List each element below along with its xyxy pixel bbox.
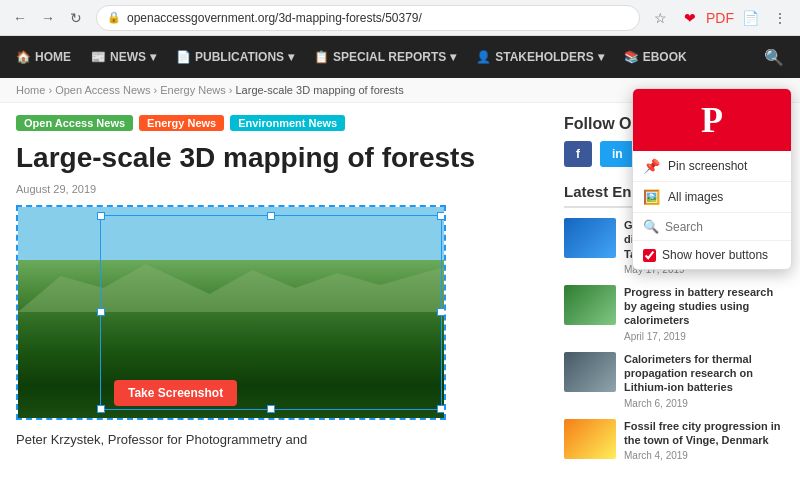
report-date-3: March 6, 2019 (624, 398, 784, 409)
handle-topright[interactable] (437, 212, 445, 220)
report-item-4[interactable]: Fossil free city progression in the town… (564, 419, 784, 462)
article-date: August 29, 2019 (16, 183, 544, 195)
search-input[interactable] (665, 220, 781, 234)
handle-midright[interactable] (437, 308, 445, 316)
chevron-down-icon: ▾ (288, 50, 294, 64)
report-thumb-4 (564, 419, 616, 459)
report-date-2: April 17, 2019 (624, 331, 784, 342)
report-info-4: Fossil free city progression in the town… (624, 419, 784, 462)
breadcrumb-current: Large-scale 3D mapping of forests (235, 84, 403, 96)
search-icon: 🔍 (643, 219, 659, 234)
all-images-item[interactable]: 🖼️ All images (633, 182, 791, 213)
nav-publications[interactable]: 📄 PUBLICATIONS ▾ (176, 50, 294, 64)
pdf-button[interactable]: PDF (708, 6, 732, 30)
chevron-down-icon: ▾ (150, 50, 156, 64)
nav-news[interactable]: 📰 NEWS ▾ (91, 50, 156, 64)
pin-icon: 📌 (643, 158, 660, 174)
pinterest-popup: P 📌 Pin screenshot 🖼️ All images 🔍 Show … (632, 88, 792, 270)
pin-screenshot-item[interactable]: 📌 Pin screenshot (633, 151, 791, 182)
news-icon: 📰 (91, 50, 106, 64)
report-headline-3: Calorimeters for thermal propagation res… (624, 352, 784, 395)
ebook-icon: 📚 (624, 50, 639, 64)
special-reports-icon: 📋 (314, 50, 329, 64)
report-info-2: Progress in battery research by ageing s… (624, 285, 784, 342)
show-hover-buttons-row[interactable]: Show hover buttons (633, 241, 791, 269)
publications-icon: 📄 (176, 50, 191, 64)
pinterest-logo: P (701, 99, 723, 141)
extension-button[interactable]: 📄 (738, 6, 762, 30)
report-headline-2: Progress in battery research by ageing s… (624, 285, 784, 328)
tag-environment-news[interactable]: Environment News (230, 115, 345, 131)
site-nav: 🏠 HOME 📰 NEWS ▾ 📄 PUBLICATIONS ▾ 📋 SPECI… (0, 36, 800, 78)
tag-energy-news[interactable]: Energy News (139, 115, 224, 131)
heart-icon[interactable]: ❤ (678, 6, 702, 30)
article-image-wrapper: Take Screenshot (16, 205, 446, 420)
linkedin-button[interactable]: in (600, 141, 635, 167)
report-info-3: Calorimeters for thermal propagation res… (624, 352, 784, 409)
nav-home[interactable]: 🏠 HOME (16, 50, 71, 64)
report-thumb-3 (564, 352, 616, 392)
nav-ebook[interactable]: 📚 EBOOK (624, 50, 687, 64)
refresh-button[interactable]: ↻ (64, 6, 88, 30)
pinterest-header: P (633, 89, 791, 151)
chevron-down-icon: ▾ (450, 50, 456, 64)
report-thumb-1 (564, 218, 616, 258)
breadcrumb-oan[interactable]: Open Access News (55, 84, 150, 96)
address-bar[interactable]: 🔒 openaccessgovernment.org/3d-mapping-fo… (96, 5, 640, 31)
handle-bottommid[interactable] (267, 405, 275, 413)
home-icon: 🏠 (16, 50, 31, 64)
images-icon: 🖼️ (643, 189, 660, 205)
article-excerpt: Peter Krzystek, Professor for Photogramm… (16, 430, 544, 450)
browser-actions: ☆ ❤ PDF 📄 ⋮ (648, 6, 792, 30)
search-button[interactable]: 🔍 (764, 48, 784, 67)
bookmark-button[interactable]: ☆ (648, 6, 672, 30)
tag-open-access[interactable]: Open Access News (16, 115, 133, 131)
nav-buttons: ← → ↻ (8, 6, 88, 30)
handle-topleft[interactable] (97, 212, 105, 220)
search-row: 🔍 (633, 213, 791, 241)
handle-bottomleft[interactable] (97, 405, 105, 413)
facebook-icon: f (576, 147, 580, 161)
report-headline-4: Fossil free city progression in the town… (624, 419, 784, 448)
chevron-down-icon: ▾ (598, 50, 604, 64)
more-button[interactable]: ⋮ (768, 6, 792, 30)
tag-list: Open Access News Energy News Environment… (16, 115, 544, 131)
take-screenshot-button[interactable]: Take Screenshot (114, 380, 237, 406)
handle-midleft[interactable] (97, 308, 105, 316)
report-item-2[interactable]: Progress in battery research by ageing s… (564, 285, 784, 342)
report-thumb-2 (564, 285, 616, 325)
facebook-button[interactable]: f (564, 141, 592, 167)
report-date-4: March 4, 2019 (624, 450, 784, 461)
handle-topmid[interactable] (267, 212, 275, 220)
breadcrumb-energy[interactable]: Energy News (160, 84, 225, 96)
article-section: Open Access News Energy News Environment… (16, 115, 544, 485)
linkedin-icon: in (612, 147, 623, 161)
nav-stakeholders[interactable]: 👤 STAKEHOLDERS ▾ (476, 50, 603, 64)
show-hover-checkbox[interactable] (643, 249, 656, 262)
nav-special-reports[interactable]: 📋 SPECIAL REPORTS ▾ (314, 50, 456, 64)
forward-button[interactable]: → (36, 6, 60, 30)
browser-bar: ← → ↻ 🔒 openaccessgovernment.org/3d-mapp… (0, 0, 800, 36)
article-title: Large-scale 3D mapping of forests (16, 141, 544, 175)
stakeholders-icon: 👤 (476, 50, 491, 64)
handle-bottomright[interactable] (437, 405, 445, 413)
pin-screenshot-label: Pin screenshot (668, 159, 747, 173)
all-images-label: All images (668, 190, 723, 204)
lock-icon: 🔒 (107, 11, 121, 24)
show-hover-label: Show hover buttons (662, 248, 768, 262)
back-button[interactable]: ← (8, 6, 32, 30)
url-text: openaccessgovernment.org/3d-mapping-fore… (127, 11, 422, 25)
report-item-3[interactable]: Calorimeters for thermal propagation res… (564, 352, 784, 409)
breadcrumb-home[interactable]: Home (16, 84, 45, 96)
